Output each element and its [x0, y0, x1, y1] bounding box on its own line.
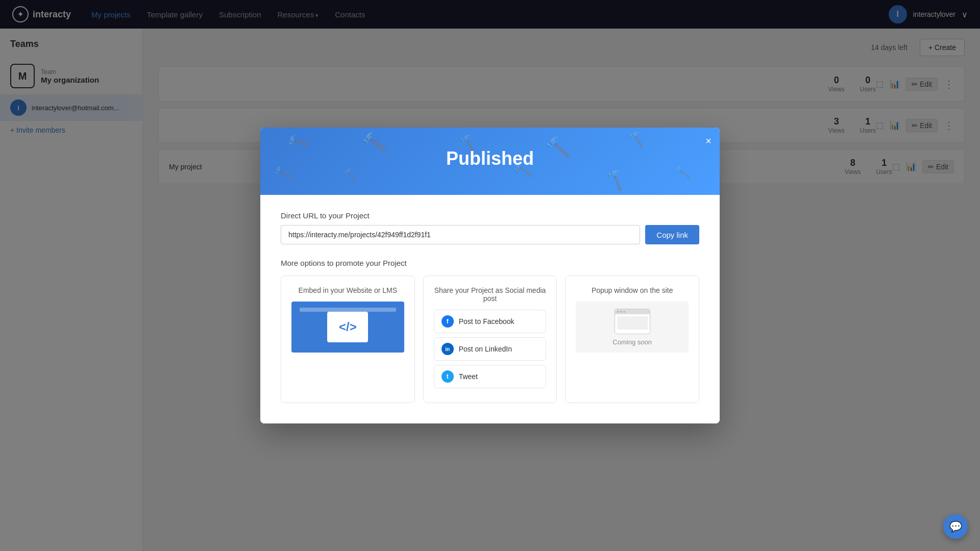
code-symbol: </>	[339, 320, 357, 334]
promote-label: More options to promote your Project	[281, 259, 699, 267]
hammer-icon: 🔨	[626, 130, 647, 149]
popup-dot	[623, 311, 625, 313]
hammer-icon: 🔨	[342, 167, 359, 183]
popup-window	[615, 309, 650, 334]
linkedin-icon: in	[442, 343, 454, 355]
linkedin-label: Post on LinkedIn	[459, 345, 512, 353]
social-card: Share your Project as Social media post …	[423, 276, 557, 403]
modal-header: 🔨 🔨 🔨 🔨 🔨 🔨 🔨 🔨 🔨 🔨 Published ×	[260, 128, 720, 195]
modal-overlay[interactable]: 🔨 🔨 🔨 🔨 🔨 🔨 🔨 🔨 🔨 🔨 Published × Direct U…	[0, 0, 980, 551]
hammer-icon: 🔨	[602, 166, 629, 193]
post-on-linkedin-button[interactable]: in Post on LinkedIn	[434, 337, 547, 361]
embed-inner: </>	[327, 312, 368, 342]
chat-button[interactable]: 💬	[943, 514, 968, 539]
popup-dot	[617, 311, 619, 313]
chat-icon: 💬	[949, 520, 962, 533]
modal-title: Published	[281, 148, 699, 169]
facebook-label: Post to Facebook	[459, 317, 514, 325]
published-modal: 🔨 🔨 🔨 🔨 🔨 🔨 🔨 🔨 🔨 🔨 Published × Direct U…	[260, 128, 720, 423]
copy-link-button[interactable]: Copy link	[645, 225, 699, 244]
popup-bar	[615, 309, 650, 314]
embed-card-title: Embed in your Website or LMS	[291, 286, 404, 294]
modal-body: Direct URL to your Project Copy link Mor…	[260, 195, 720, 423]
twitter-icon: t	[442, 370, 454, 383]
popup-card: Popup window on the site Coming soon	[565, 276, 699, 403]
facebook-icon: f	[442, 315, 454, 328]
popup-content	[617, 316, 648, 330]
embed-bar-decoration	[300, 308, 396, 312]
post-to-facebook-button[interactable]: f Post to Facebook	[434, 310, 547, 333]
embed-card: Embed in your Website or LMS </>	[281, 276, 415, 403]
embed-preview: </>	[291, 302, 404, 353]
popup-preview: Coming soon	[576, 302, 689, 353]
options-grid: Embed in your Website or LMS </> Share y…	[281, 276, 699, 403]
popup-dot	[620, 311, 622, 313]
url-input[interactable]	[281, 225, 640, 244]
url-section-label: Direct URL to your Project	[281, 211, 699, 220]
coming-soon-label: Coming soon	[612, 338, 652, 346]
tweet-button[interactable]: t Tweet	[434, 365, 547, 388]
popup-card-title: Popup window on the site	[576, 286, 689, 294]
social-card-title: Share your Project as Social media post	[434, 286, 547, 303]
url-row: Copy link	[281, 225, 699, 244]
close-button[interactable]: ×	[705, 136, 712, 146]
tweet-label: Tweet	[459, 372, 478, 381]
